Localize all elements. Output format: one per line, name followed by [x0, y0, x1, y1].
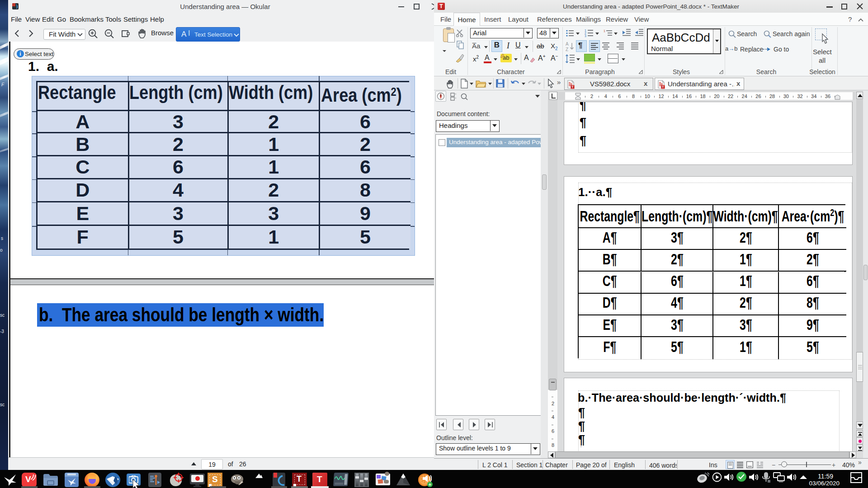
svg-text:Z: Z [566, 47, 568, 52]
svg-text:1: 1 [604, 29, 605, 33]
svg-text:T: T [571, 85, 574, 89]
svg-text:3: 3 [585, 34, 586, 38]
svg-text:T: T [662, 85, 664, 89]
svg-text:A: A [566, 42, 569, 47]
